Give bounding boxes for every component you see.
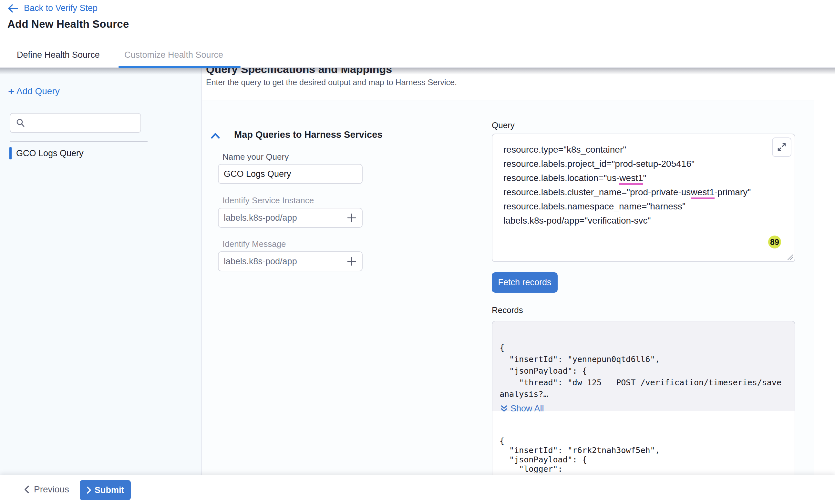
name-your-query-label: Name your Query bbox=[222, 152, 289, 162]
message-placeholder: labels.k8s-pod/app bbox=[224, 256, 297, 267]
add-query-label: Add Query bbox=[17, 86, 60, 97]
query-mapping-panel: Map Queries to Harness Services Name you… bbox=[202, 100, 814, 475]
plus-icon: + bbox=[8, 87, 15, 96]
content-region: Query Specifications and Mappings Enter … bbox=[0, 68, 835, 475]
record-card: { "insertId": "r6rk2tnah3owf5eh", "jsonP… bbox=[492, 436, 795, 475]
fullscreen-expand-icon bbox=[777, 142, 787, 152]
previous-button[interactable]: Previous bbox=[24, 480, 69, 500]
records-container: { "insertId": "yennepun0qtd6ll6", "jsonP… bbox=[492, 321, 795, 475]
back-arrow-icon bbox=[7, 3, 18, 13]
page-header: Back to Verify Step Add New Health Sourc… bbox=[0, 0, 835, 42]
section-subtitle: Enter the query to get the desired outpu… bbox=[206, 78, 457, 87]
sidebar-item-gco-logs-query[interactable]: GCO Logs Query bbox=[9, 147, 84, 160]
identify-message-label: Identify Message bbox=[222, 239, 286, 249]
back-link-label: Back to Verify Step bbox=[24, 3, 98, 13]
add-message-field-button[interactable] bbox=[346, 256, 357, 267]
record-card: { "insertId": "yennepun0qtd6ll6", "jsonP… bbox=[492, 321, 795, 411]
record-json-line: "jsonPayload": { bbox=[500, 455, 788, 464]
back-to-verify-step-link[interactable]: Back to Verify Step bbox=[7, 3, 98, 13]
record-json: { "insertId": "r6rk2tnah3owf5eh", "jsonP… bbox=[500, 436, 788, 475]
show-all-label: Show All bbox=[510, 403, 544, 414]
map-queries-section-title: Map Queries to Harness Services bbox=[234, 129, 382, 140]
sidebar-divider bbox=[10, 141, 147, 142]
tab-define-health-source[interactable]: Define Health Source bbox=[17, 42, 100, 68]
record-json: { "insertId": "yennepun0qtd6ll6", "jsonP… bbox=[500, 342, 788, 400]
query-search-box bbox=[10, 113, 141, 133]
submit-label: Submit bbox=[95, 485, 124, 495]
service-instance-input[interactable]: labels.k8s-pod/app bbox=[218, 208, 363, 228]
chevron-right-icon bbox=[86, 486, 91, 494]
query-label: Query bbox=[492, 120, 515, 130]
footer-bar: Previous Submit bbox=[0, 475, 835, 504]
message-input[interactable]: labels.k8s-pod/app bbox=[218, 251, 363, 271]
record-json-line: { bbox=[500, 342, 788, 354]
query-item-label: GCO Logs Query bbox=[16, 148, 84, 159]
show-all-link[interactable]: Show All bbox=[500, 403, 788, 414]
record-json-line: "logger": bbox=[500, 464, 788, 474]
query-line: resource.labels.namespace_name="harness" bbox=[503, 200, 781, 214]
query-line: resource.labels.project_id="prod-setup-2… bbox=[503, 157, 781, 171]
selected-indicator-bar bbox=[9, 147, 12, 160]
previous-label: Previous bbox=[34, 484, 69, 495]
record-json-line: "insertId": "r6rk2tnah3owf5eh", bbox=[500, 446, 788, 455]
search-icon bbox=[16, 118, 25, 128]
query-name-value: GCO Logs Query bbox=[224, 169, 291, 179]
tab-customize-health-source[interactable]: Customize Health Source bbox=[124, 42, 223, 68]
chevron-up-icon bbox=[209, 131, 221, 141]
page-title: Add New Health Source bbox=[7, 18, 129, 30]
query-line: resource.type="k8s_container" bbox=[503, 143, 781, 157]
service-instance-placeholder: labels.k8s-pod/app bbox=[224, 213, 297, 223]
add-query-button[interactable]: + Add Query bbox=[8, 86, 60, 97]
query-line: resource.labels.cluster_name="prod-priva… bbox=[503, 185, 781, 200]
expand-query-button[interactable] bbox=[772, 138, 791, 157]
chevron-left-icon bbox=[24, 485, 30, 494]
submit-button[interactable]: Submit bbox=[80, 480, 131, 500]
section-title: Query Specifications and Mappings bbox=[206, 68, 392, 76]
query-sidebar: + Add Query GCO Logs Query bbox=[0, 68, 202, 475]
search-input[interactable] bbox=[29, 119, 136, 128]
collapse-section-button[interactable] bbox=[209, 131, 221, 141]
query-line: resource.labels.location="us-west1" bbox=[503, 171, 781, 185]
record-json-line: "thread": "dw-125 - POST /verification/t… bbox=[500, 377, 788, 388]
fetch-records-button[interactable]: Fetch records bbox=[492, 272, 558, 293]
query-name-input[interactable]: GCO Logs Query bbox=[218, 164, 363, 184]
record-json-line: { bbox=[500, 436, 788, 446]
double-chevron-down-icon bbox=[500, 404, 508, 413]
tab-bar: Define Health Source Customize Health So… bbox=[0, 42, 835, 68]
query-line: labels.k8s-pod/app="verification-svc" bbox=[503, 214, 781, 228]
active-tab-underline bbox=[119, 66, 241, 68]
character-count-badge: 89 bbox=[768, 235, 781, 249]
identify-service-instance-label: Identify Service Instance bbox=[222, 195, 314, 206]
query-text: resource.type="k8s_container"resource.la… bbox=[503, 143, 781, 228]
record-json-line: analysis?… bbox=[500, 388, 788, 400]
record-json-line: "insertId": "yennepun0qtd6ll6", bbox=[500, 354, 788, 365]
record-json-line: "jsonPayload": { bbox=[500, 365, 788, 377]
query-textarea[interactable]: resource.type="k8s_container"resource.la… bbox=[492, 133, 795, 262]
records-label: Records bbox=[492, 305, 523, 315]
add-service-instance-field-button[interactable] bbox=[346, 213, 357, 223]
textarea-resize-handle[interactable] bbox=[787, 253, 794, 260]
